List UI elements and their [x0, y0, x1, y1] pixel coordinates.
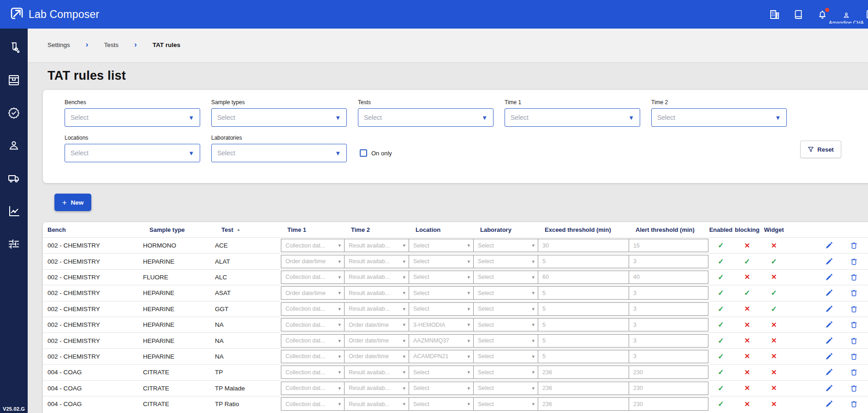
col-exceed-threshold[interactable]: Exceed threshold (min) [538, 226, 629, 233]
alert-threshold-input[interactable]: 3 [629, 318, 708, 331]
location-select[interactable]: Select▾ [409, 286, 474, 300]
delete-button[interactable] [841, 368, 866, 376]
delete-button[interactable] [841, 273, 866, 281]
time2-select[interactable]: Result availab...▾ [344, 239, 409, 252]
exceed-threshold-input[interactable]: 236 [538, 397, 629, 411]
delete-button[interactable] [841, 305, 866, 313]
time1-select[interactable]: Collection dat...▾ [281, 382, 345, 395]
alert-threshold-input[interactable]: 15 [629, 239, 708, 252]
location-select[interactable]: 3-HEMODIA▾ [409, 318, 474, 331]
location-select[interactable]: Select▾ [409, 366, 474, 379]
exceed-threshold-input[interactable]: 60 [538, 271, 629, 284]
alert-threshold-input[interactable]: 3 [629, 350, 708, 363]
time2-select[interactable]: Order date/time▾ [344, 350, 409, 363]
edit-button[interactable] [816, 337, 841, 345]
col-enabled[interactable]: Enabled [708, 226, 733, 233]
delete-button[interactable] [841, 289, 866, 297]
col-sample-type[interactable]: Sample type [143, 226, 215, 233]
logout-icon[interactable] [864, 8, 868, 20]
laboratory-select[interactable]: Select▾ [473, 271, 538, 284]
time1-select[interactable]: Collection dat...▾ [281, 366, 345, 379]
notifications-icon[interactable] [816, 8, 828, 20]
exceed-threshold-input[interactable]: 5 [538, 334, 629, 348]
edit-button[interactable] [816, 273, 841, 281]
time1-select[interactable]: Collection dat...▾ [281, 397, 345, 411]
time2-select[interactable]: Result availab...▾ [344, 382, 409, 395]
alert-threshold-input[interactable]: 230 [629, 366, 708, 379]
account-icon[interactable]: Amandine CHA [840, 12, 852, 24]
sidebar-item-lab-tests[interactable] [7, 41, 21, 54]
delete-button[interactable] [841, 400, 866, 408]
delete-button[interactable] [841, 384, 866, 392]
locations-select[interactable]: Select▼ [65, 144, 200, 162]
col-blocking[interactable]: blocking [733, 226, 761, 233]
edit-button[interactable] [816, 242, 841, 249]
edit-button[interactable] [816, 321, 841, 329]
documentation-icon[interactable] [792, 8, 804, 20]
col-widget[interactable]: Widget [761, 226, 787, 233]
edit-button[interactable] [816, 258, 841, 266]
time2-select[interactable]: Result availab...▾ [344, 255, 409, 268]
alert-threshold-input[interactable]: 40 [629, 271, 708, 284]
time1-select[interactable]: Collection dat...▾ [281, 239, 345, 252]
edit-button[interactable] [816, 368, 841, 376]
time2-select[interactable]: Result availab...▾ [344, 286, 409, 300]
location-select[interactable]: Select▾ [409, 302, 474, 316]
location-select[interactable]: AAZMNMQ37▾ [409, 334, 474, 348]
edit-button[interactable] [816, 384, 841, 392]
location-select[interactable]: Select▾ [409, 255, 474, 268]
laboratory-select[interactable]: Select▾ [473, 334, 538, 348]
location-select[interactable]: Select▾ [409, 271, 474, 284]
time2-select[interactable]: Order date/time▾ [344, 334, 409, 348]
time1-select[interactable]: Collection dat...▾ [281, 302, 345, 316]
col-location[interactable]: Location [409, 226, 474, 233]
time2-select[interactable]: Result availab...▾ [344, 397, 409, 411]
app-logo[interactable]: Lab Composer [10, 6, 99, 22]
time1-select[interactable]: Collection dat...▾ [281, 350, 345, 363]
alert-threshold-input[interactable]: 3 [629, 334, 708, 348]
laboratories-select[interactable]: Select▼ [211, 144, 347, 162]
alert-threshold-input[interactable]: 230 [629, 397, 708, 411]
sidebar-item-analytics[interactable] [7, 204, 21, 218]
exceed-threshold-input[interactable]: 5 [538, 318, 629, 331]
edit-button[interactable] [816, 289, 841, 297]
exceed-threshold-input[interactable]: 5 [538, 286, 629, 300]
laboratory-select[interactable]: Select▾ [473, 366, 538, 379]
on-only-checkbox[interactable] [360, 149, 367, 157]
exceed-threshold-input[interactable]: 236 [538, 382, 629, 395]
location-select[interactable]: Select▾ [409, 397, 474, 411]
exceed-threshold-input[interactable]: 236 [538, 366, 629, 379]
sidebar-item-configuration[interactable] [7, 237, 21, 251]
laboratory-select[interactable]: Select▾ [473, 350, 538, 363]
delete-button[interactable] [841, 242, 866, 249]
laboratory-select[interactable]: Select▾ [473, 239, 538, 252]
time2-select[interactable]: Result availab...▾ [344, 366, 409, 379]
time1-select[interactable]: Collection dat...▾ [281, 334, 345, 348]
sample-types-select[interactable]: Select▼ [211, 108, 347, 127]
time2-select[interactable]: Select▼ [651, 108, 787, 127]
edit-button[interactable] [816, 353, 841, 360]
benches-select[interactable]: Select▼ [65, 108, 200, 127]
alert-threshold-input[interactable]: 3 [629, 302, 708, 316]
col-bench[interactable]: Bench [43, 226, 143, 233]
time1-select[interactable]: Collection dat...▾ [281, 318, 345, 331]
breadcrumb-tests[interactable]: Tests [104, 41, 119, 48]
delete-button[interactable] [841, 321, 866, 329]
laboratory-select[interactable]: Select▾ [473, 318, 538, 331]
exceed-threshold-input[interactable]: 30 [538, 239, 629, 252]
location-select[interactable]: Select▾ [409, 382, 474, 395]
col-test[interactable]: Test▲ [215, 226, 281, 233]
new-button[interactable]: + New [54, 194, 91, 211]
reset-button[interactable]: Reset [800, 141, 841, 158]
col-time1[interactable]: Time 1 [281, 226, 345, 233]
time2-select[interactable]: Order date/time▾ [344, 318, 409, 331]
sidebar-item-storage[interactable] [7, 73, 21, 87]
col-time2[interactable]: Time 2 [345, 226, 409, 233]
alert-threshold-input[interactable]: 3 [629, 255, 708, 268]
time2-select[interactable]: Result availab...▾ [344, 302, 409, 316]
time1-select[interactable]: Order date/time▾ [281, 255, 345, 268]
laboratory-select[interactable]: Select▾ [473, 286, 538, 300]
edit-button[interactable] [816, 400, 841, 408]
laboratory-select[interactable]: Select▾ [473, 382, 538, 395]
col-alert-threshold[interactable]: Alert threshold (min) [629, 226, 708, 233]
